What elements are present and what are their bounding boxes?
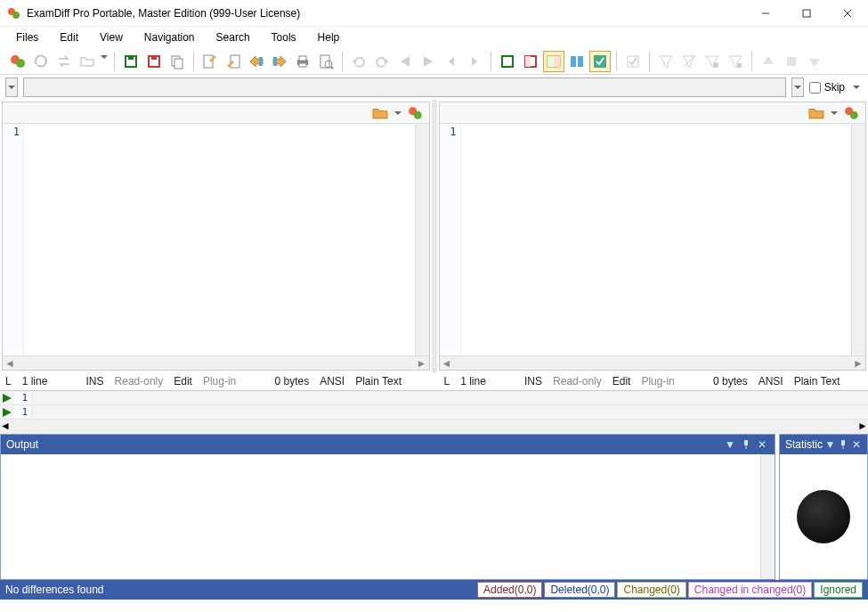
stop-icon[interactable] xyxy=(781,51,802,72)
prev-diff-icon[interactable] xyxy=(394,51,416,72)
menu-navigation[interactable]: Navigation xyxy=(135,29,204,45)
output-text[interactable] xyxy=(1,454,760,579)
filter-history-dropdown[interactable] xyxy=(5,78,18,97)
down-icon[interactable] xyxy=(804,51,825,72)
size-label: 0 bytes xyxy=(708,375,753,388)
window-title: ExamDiff Pro Portable, Master Edition (9… xyxy=(27,7,745,20)
menu-view[interactable]: View xyxy=(91,29,132,45)
menu-search[interactable]: Search xyxy=(207,29,259,45)
filter-combo[interactable] xyxy=(23,78,786,97)
edit-right-icon[interactable] xyxy=(223,51,244,72)
view-left-icon[interactable] xyxy=(520,51,541,72)
prev-icon[interactable] xyxy=(441,51,462,72)
main-hscroll[interactable]: ◄► xyxy=(0,420,868,434)
diff-row-2[interactable]: 1 xyxy=(0,405,868,420)
up-icon[interactable] xyxy=(758,51,779,72)
next-icon[interactable] xyxy=(464,51,485,72)
filter4-icon[interactable] xyxy=(725,51,746,72)
type-label: Plain Text xyxy=(789,375,846,388)
left-hscroll[interactable]: ◄► xyxy=(3,355,429,370)
save-red-icon[interactable] xyxy=(143,51,165,72)
filter2-icon[interactable] xyxy=(678,51,700,72)
left-editor[interactable] xyxy=(24,124,415,355)
close-button[interactable] xyxy=(827,0,868,27)
maximize-button[interactable] xyxy=(786,0,827,27)
line-count: 1 line xyxy=(17,375,53,388)
skip-dropdown[interactable] xyxy=(850,78,863,97)
badge-added: Added(0,0) xyxy=(477,582,542,598)
filter1-icon[interactable] xyxy=(655,51,677,72)
swap-icon[interactable] xyxy=(53,51,75,72)
view-linked-icon[interactable] xyxy=(566,51,588,72)
menu-help[interactable]: Help xyxy=(309,29,349,45)
svg-marker-29 xyxy=(385,58,388,65)
compare-mini-icon[interactable] xyxy=(844,105,860,121)
output-title: Output xyxy=(6,438,38,451)
right-vscroll[interactable] xyxy=(851,124,865,355)
filter3-icon[interactable] xyxy=(702,51,723,72)
svg-point-60 xyxy=(413,110,421,118)
output-vscroll[interactable] xyxy=(760,454,775,579)
svg-point-1 xyxy=(12,12,20,19)
open-dropdown-icon[interactable] xyxy=(826,105,842,121)
minimize-button[interactable] xyxy=(745,0,786,27)
copy-icon[interactable] xyxy=(166,51,188,72)
dropdown-icon[interactable] xyxy=(100,51,109,72)
menu-edit[interactable]: Edit xyxy=(51,29,87,45)
ins-mode: INS xyxy=(81,375,110,388)
panel-menu-icon[interactable]: ▼ xyxy=(824,437,836,452)
right-hscroll[interactable]: ◄► xyxy=(440,355,866,370)
undo-icon[interactable] xyxy=(348,51,369,72)
right-editor[interactable] xyxy=(461,124,852,355)
svg-marker-32 xyxy=(449,57,454,66)
compare-mini-icon[interactable] xyxy=(408,105,424,121)
view-sync-icon[interactable] xyxy=(589,51,611,72)
panel-close-icon[interactable]: ✕ xyxy=(755,437,769,452)
filter-dropdown[interactable] xyxy=(791,78,804,97)
preview-icon[interactable] xyxy=(315,51,337,72)
readonly-label: Read-only xyxy=(110,375,169,388)
app-icon xyxy=(7,6,21,20)
title-bar: ExamDiff Pro Portable, Master Edition (9… xyxy=(0,0,868,27)
output-body xyxy=(1,454,775,579)
edit-left-icon[interactable] xyxy=(199,51,221,72)
left-vscroll[interactable] xyxy=(415,124,429,355)
toolbar xyxy=(0,48,868,75)
refresh-icon[interactable] xyxy=(30,51,52,72)
merge-right-icon[interactable] xyxy=(269,51,290,72)
merge-left-icon[interactable] xyxy=(246,51,267,72)
open-dropdown-icon[interactable] xyxy=(390,105,406,121)
svg-marker-54 xyxy=(809,59,820,67)
menu-files[interactable]: Files xyxy=(7,29,47,45)
svg-rect-21 xyxy=(273,57,277,66)
svg-marker-57 xyxy=(853,86,860,89)
checkmark-icon[interactable] xyxy=(622,51,644,72)
status-message: No differences found xyxy=(5,583,477,596)
open-file-icon[interactable] xyxy=(808,105,824,121)
svg-line-27 xyxy=(331,67,333,69)
diff-row-1[interactable]: 1 xyxy=(0,391,868,405)
size-label: 0 bytes xyxy=(269,375,314,388)
next-diff-icon[interactable] xyxy=(418,51,439,72)
skip-checkbox[interactable]: Skip xyxy=(809,81,845,94)
panel-pin-icon[interactable] xyxy=(838,437,849,452)
menu-tools[interactable]: Tools xyxy=(263,29,305,45)
panel-pin-icon[interactable] xyxy=(739,437,753,452)
pane-splitter[interactable] xyxy=(432,100,437,372)
save-icon[interactable] xyxy=(120,51,142,72)
open-file-icon[interactable] xyxy=(372,105,388,121)
panel-menu-icon[interactable]: ▼ xyxy=(723,437,737,452)
statistic-header: Statistic ▼ ✕ xyxy=(780,435,867,454)
statistic-title: Statistic xyxy=(785,438,823,451)
caret-pos: L xyxy=(0,375,17,388)
print-icon[interactable] xyxy=(292,51,313,72)
edit-label: Edit xyxy=(168,375,198,388)
compare-icon[interactable] xyxy=(7,51,28,72)
panel-close-icon[interactable]: ✕ xyxy=(850,437,862,452)
redo-icon[interactable] xyxy=(371,51,393,72)
right-pane: 1 ◄► xyxy=(439,102,867,371)
edit-label: Edit xyxy=(607,375,637,388)
view-single-icon[interactable] xyxy=(497,51,518,72)
open-folder-icon[interactable] xyxy=(77,51,98,72)
view-split-icon[interactable] xyxy=(543,51,564,72)
